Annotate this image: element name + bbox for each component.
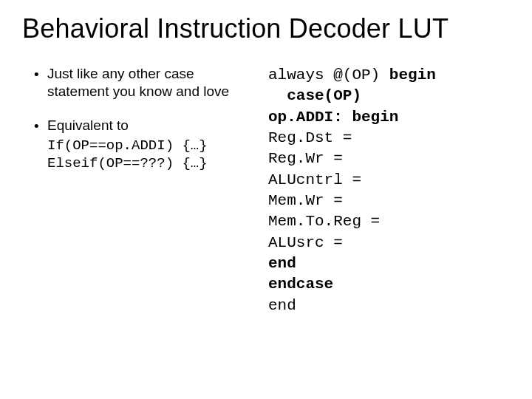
bullet-text: Just like any other case statement you k… [47,65,255,100]
code-line: Mem.Wr = [268,192,343,209]
pseudocode-block: If(OP==op.ADDI) {…} Elseif(OP==???) {…} [47,137,255,173]
code-line: end [268,297,296,314]
code-line: Reg.Wr = [268,150,343,167]
bullet-item-2: • Equivalent to [34,117,255,135]
code-line: case(OP) [268,87,361,104]
code-line: ALUcntrl = [268,171,361,188]
code-line: ALUsrc = [268,234,343,251]
code-line: If(OP==op.ADDI) {…} [47,137,208,154]
code-line: endcase [268,276,333,293]
bullet-dot-icon: • [34,117,47,135]
code-line: Elseif(OP==???) {…} [47,155,208,171]
bullet-text: Equivalent to [47,117,255,135]
slide-title: Behavioral Instruction Decoder LUT [22,13,510,44]
bullet-item-1: • Just like any other case statement you… [34,65,255,100]
code-line: Reg.Dst = [268,129,352,146]
code-line: op.ADDI: begin [268,109,398,126]
verilog-code-block: always @(OP) begin case(OP) op.ADDI: beg… [268,65,510,316]
code-line: always @(OP) begin [268,66,436,83]
bullet-dot-icon: • [34,65,47,100]
content-columns: • Just like any other case statement you… [22,65,510,316]
code-line: Mem.To.Reg = [268,213,380,230]
code-line: end [268,255,296,272]
right-column: always @(OP) begin case(OP) op.ADDI: beg… [268,65,510,316]
left-column: • Just like any other case statement you… [22,65,255,316]
